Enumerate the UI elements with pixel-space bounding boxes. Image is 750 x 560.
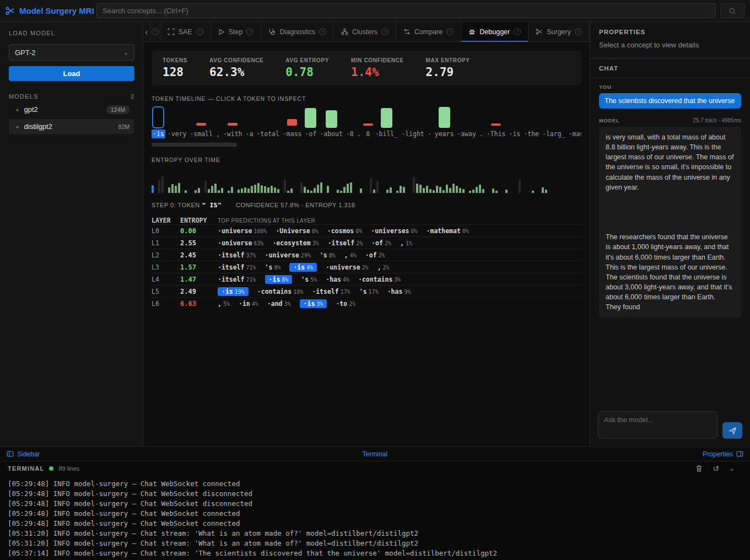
chat-settings-button[interactable]	[719, 64, 726, 72]
prediction-token: ·universe	[326, 263, 360, 271]
model-row-gpt2[interactable]: ▸gpt2124M	[9, 102, 134, 117]
timeline-token[interactable]: 8	[363, 104, 373, 138]
layer-id: L4	[152, 276, 180, 283]
prediction-token: ·itself	[218, 263, 244, 271]
entropy-bar	[340, 191, 342, 193]
timeline-token[interactable]: ·larg_	[541, 104, 566, 138]
send-button[interactable]	[722, 422, 742, 439]
stat-label: MIN CONFIDENCE	[351, 57, 404, 63]
tab-label: Debugger	[479, 28, 510, 36]
timeline-token[interactable]: ·the	[522, 104, 540, 138]
expand-triangle-icon[interactable]: ▸	[17, 107, 19, 112]
expand-triangle-icon[interactable]: ▸	[17, 124, 19, 130]
tab-clusters[interactable]: Clusters?	[334, 22, 396, 41]
terminal-refresh-button[interactable]: ↺	[713, 464, 719, 473]
token-label: .	[478, 130, 484, 138]
help-circle-icon[interactable]: ?	[319, 28, 326, 35]
prediction: ·cosmos0%	[327, 227, 363, 235]
timeline-token[interactable]: ·of	[304, 104, 318, 138]
entropy-bar	[152, 185, 154, 193]
token-bar-area	[287, 104, 297, 130]
timeline-token[interactable]: ·about	[319, 104, 344, 138]
models-count: 2	[131, 93, 134, 100]
prediction-token: ·itself	[312, 288, 338, 295]
load-button[interactable]: Load	[9, 66, 134, 81]
token-green-bar	[326, 110, 337, 128]
timeline-token[interactable]: ·with	[222, 104, 244, 138]
help-circle-icon[interactable]: ?	[196, 28, 203, 35]
step-metrics: CONFIDENCE 57.8% · ENTROPY 1.318	[236, 202, 355, 208]
step-header: STEP 0: TOKEN " IS" CONFIDENCE 57.8% · E…	[152, 202, 581, 209]
chat-clear-button[interactable]	[734, 64, 741, 72]
model-select[interactable]: GPT-2 ⌄	[9, 44, 134, 61]
entropy-bar	[158, 180, 160, 193]
timeline-token[interactable]: ·small	[188, 104, 214, 138]
tabs-back-button[interactable]: ‹	[143, 22, 150, 41]
selected-token-box	[152, 106, 164, 128]
token-bar-area	[305, 104, 316, 130]
chat-input[interactable]	[598, 411, 717, 439]
timeline-token[interactable]: ·is	[508, 104, 522, 138]
tab-step[interactable]: Step?	[211, 22, 262, 41]
prediction-token: ,	[377, 263, 381, 271]
timeline-token[interactable]: ·mass	[568, 104, 581, 138]
prediction-token: ·is	[304, 300, 315, 308]
search-button[interactable]	[720, 3, 744, 18]
tab-label: Step	[229, 28, 243, 36]
timeline-token[interactable]: ·8	[345, 104, 355, 138]
send-icon	[729, 427, 737, 435]
tab-debugger[interactable]: Debugger?	[461, 22, 528, 41]
timeline-token[interactable]: ·bill_	[374, 104, 400, 138]
prediction-token: ·contains	[257, 288, 292, 295]
timeline-token[interactable]: .	[478, 104, 484, 138]
timeline-token[interactable]: ·This	[485, 104, 507, 138]
terminal-clear-button[interactable]	[695, 464, 703, 473]
prediction: ,4%	[344, 251, 357, 259]
statusbar-sidebar-toggle[interactable]: Sidebar	[7, 450, 40, 458]
prediction-percent: 3%	[284, 301, 291, 307]
entropy-bar	[360, 189, 362, 193]
tab-diagnostics[interactable]: Diagnostics?	[261, 22, 334, 41]
timeline-token[interactable]: ,	[215, 104, 221, 138]
chevron-down-icon: ⌄	[123, 49, 128, 56]
help-circle-icon[interactable]: ?	[381, 28, 389, 35]
timeline-token[interactable]: ·total	[255, 104, 280, 138]
stat-value: 2.79	[426, 66, 470, 79]
entropy-bar	[337, 190, 339, 193]
entropy-bar	[327, 186, 329, 193]
timeline-token[interactable]: ·is	[152, 104, 165, 138]
entropy-bar	[343, 187, 346, 193]
panel-left-icon	[7, 450, 14, 457]
tab-sae[interactable]: SAE?	[160, 22, 211, 41]
entropy-bar	[452, 184, 455, 193]
entropy-bar	[390, 187, 392, 193]
chat-input-area	[590, 406, 750, 446]
help-circle-icon[interactable]: ?	[446, 28, 454, 35]
timeline-token[interactable]: ·a	[245, 104, 255, 138]
entropy-bar	[171, 184, 174, 193]
timeline-token[interactable]: ·away	[456, 104, 477, 138]
tab-compare[interactable]: Compare?	[396, 22, 461, 41]
timeline-token[interactable]: ·very	[166, 104, 188, 138]
layer-row-l1: L12.55·universe63%·ecosystem3%·itself2%·…	[152, 236, 581, 249]
timeline-token[interactable]: ·mass	[282, 104, 303, 138]
timeline-token[interactable]: .	[356, 104, 362, 138]
model-row-distilgpt2[interactable]: ▸distilgpt282M	[9, 119, 134, 134]
tab-surgery[interactable]: Surgery?	[528, 22, 590, 41]
timeline-token[interactable]: ·light	[400, 104, 425, 138]
timeline-token[interactable]: years	[434, 104, 455, 138]
tab-help-button[interactable]: ?	[150, 22, 160, 41]
entropy-bar	[267, 187, 269, 193]
prediction: ·mathemat0%	[427, 227, 469, 235]
search-input[interactable]	[96, 3, 716, 18]
help-circle-icon[interactable]: ?	[246, 28, 253, 35]
help-circle-icon[interactable]: ?	[514, 28, 521, 35]
statusbar-properties-toggle[interactable]: Properties	[703, 450, 743, 458]
timeline-token[interactable]: -	[427, 104, 433, 138]
terminal-collapse-button[interactable]: ⌄	[729, 464, 735, 473]
help-circle-icon[interactable]: ?	[575, 28, 582, 35]
timeline-scrollbar[interactable]	[152, 143, 237, 147]
token-label: .	[356, 130, 362, 138]
statusbar-terminal-toggle[interactable]: Terminal	[363, 450, 387, 458]
prediction-token: ·mathemat	[427, 227, 461, 235]
